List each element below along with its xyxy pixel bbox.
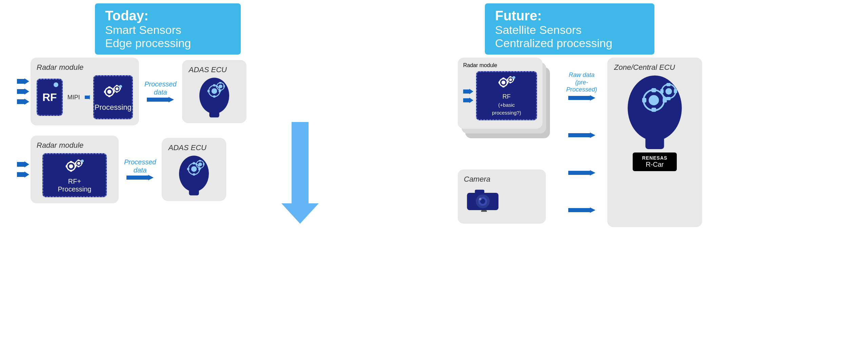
- transition-arrow-icon: [281, 122, 319, 224]
- svg-rect-103: [660, 89, 664, 93]
- svg-point-100: [666, 88, 672, 95]
- svg-marker-2: [17, 99, 29, 105]
- radar-module-1-label: Radar module: [37, 63, 133, 72]
- svg-marker-17: [147, 97, 174, 102]
- renesas-chip: RENESAS R-Car: [633, 153, 677, 171]
- svg-point-16: [119, 85, 122, 88]
- svg-rect-13: [116, 91, 118, 93]
- svg-rect-52: [193, 162, 195, 164]
- svg-rect-44: [75, 162, 76, 164]
- future-section: Radar module: [458, 58, 851, 227]
- svg-point-51: [191, 166, 197, 172]
- radar-module-2: Radar module: [31, 136, 119, 203]
- svg-rect-92: [646, 136, 664, 149]
- svg-rect-19: [209, 110, 219, 117]
- proc-chip-1: Processing: [93, 75, 133, 119]
- future-sub1: Satellite Sensors: [495, 23, 644, 37]
- svg-rect-29: [219, 89, 221, 91]
- svg-rect-70: [498, 82, 500, 84]
- svg-marker-33: [17, 171, 29, 178]
- rf-chip-1: RF: [37, 79, 63, 116]
- svg-rect-61: [203, 163, 204, 165]
- svg-marker-90: [568, 207, 595, 213]
- svg-point-94: [649, 95, 659, 105]
- svg-rect-84: [481, 210, 487, 212]
- signal-arrows-1: [17, 78, 29, 105]
- svg-rect-23: [213, 96, 215, 98]
- svg-marker-88: [568, 133, 595, 138]
- mipi-label: MIPI: [67, 94, 80, 101]
- raw-data-label: Raw data(pre-Processed): [566, 72, 597, 94]
- svg-rect-36: [70, 161, 72, 163]
- svg-marker-47: [126, 175, 154, 180]
- svg-rect-76: [507, 79, 508, 80]
- svg-rect-8: [104, 90, 106, 93]
- data-arrow-right-2: [126, 174, 154, 181]
- svg-rect-53: [193, 174, 195, 176]
- future-header-box: Future: Satellite Sensors Centralized pr…: [485, 3, 654, 55]
- today-header-box: Today: Smart Sensors Edge processing: [95, 3, 241, 55]
- svg-point-46: [81, 159, 84, 162]
- svg-marker-32: [17, 161, 29, 167]
- camera-module: Camera: [458, 169, 546, 224]
- svg-rect-31: [223, 85, 225, 87]
- future-arrow-3: [568, 170, 595, 176]
- svg-rect-97: [642, 98, 646, 103]
- camera-label: Camera: [464, 175, 540, 184]
- svg-rect-6: [108, 86, 111, 88]
- svg-rect-62: [292, 122, 309, 203]
- svg-rect-49: [189, 188, 199, 195]
- adas-ecu-1-label: ADAS ECU: [189, 65, 227, 74]
- camera-icon: [464, 186, 508, 212]
- svg-rect-69: [502, 86, 505, 88]
- svg-point-86: [479, 198, 481, 200]
- data-arrow-2: Processeddata: [124, 158, 156, 181]
- today-title: Today:: [105, 8, 231, 23]
- radar-module-2-label: Radar module: [37, 141, 113, 150]
- svg-rect-54: [187, 168, 189, 170]
- data-label-1: Processeddata: [144, 80, 177, 96]
- adas-ecu-2: ADAS ECU: [162, 138, 226, 201]
- future-arrow-2: [568, 132, 595, 138]
- brain-head-icon-2: [175, 155, 213, 196]
- adas-ecu-2-label: ADAS ECU: [169, 143, 206, 152]
- future-left-col: Radar module: [458, 58, 556, 227]
- future-sub2: Centralized processing: [495, 37, 644, 50]
- svg-rect-75: [509, 82, 511, 83]
- today-sub1: Smart Sensors: [105, 23, 231, 37]
- svg-point-67: [501, 81, 505, 84]
- svg-marker-65: [463, 98, 473, 103]
- data-arrow-1: Processeddata: [144, 80, 177, 103]
- rf-label-1: RF: [42, 91, 57, 104]
- svg-point-73: [509, 79, 512, 81]
- radar-module-1: Radar module RF MIPI: [31, 58, 139, 125]
- data-arrow-right-1: [147, 96, 174, 103]
- svg-point-5: [107, 89, 112, 94]
- svg-marker-89: [568, 170, 595, 176]
- svg-point-35: [69, 164, 73, 168]
- svg-point-27: [218, 84, 222, 88]
- future-radar-label: Radar module: [463, 62, 497, 68]
- svg-rect-28: [219, 82, 221, 84]
- today-section: Radar module RF MIPI: [17, 58, 264, 203]
- brain-head-icon-1: [196, 77, 233, 118]
- svg-rect-83: [475, 190, 485, 194]
- mipi-arrow: [85, 95, 90, 100]
- gears-icon-2: [63, 158, 86, 176]
- svg-rect-60: [195, 163, 197, 165]
- main-container: Today: Smart Sensors Edge processing Fut…: [0, 0, 868, 345]
- data-label-2: Processeddata: [124, 158, 156, 174]
- svg-marker-63: [281, 203, 319, 224]
- today-sub2: Edge processing: [105, 37, 231, 50]
- svg-rect-7: [108, 95, 111, 97]
- svg-rect-14: [113, 87, 115, 89]
- svg-rect-58: [199, 160, 201, 162]
- svg-rect-96: [651, 108, 656, 112]
- svg-rect-38: [66, 165, 67, 167]
- svg-rect-68: [502, 78, 505, 79]
- zone-ecu-label: Zone/Central ECU: [614, 63, 675, 72]
- stacked-radar-modules: Radar module: [458, 58, 556, 153]
- svg-marker-87: [568, 95, 595, 101]
- svg-rect-101: [666, 83, 670, 86]
- radar-module-future: Radar module: [458, 58, 542, 129]
